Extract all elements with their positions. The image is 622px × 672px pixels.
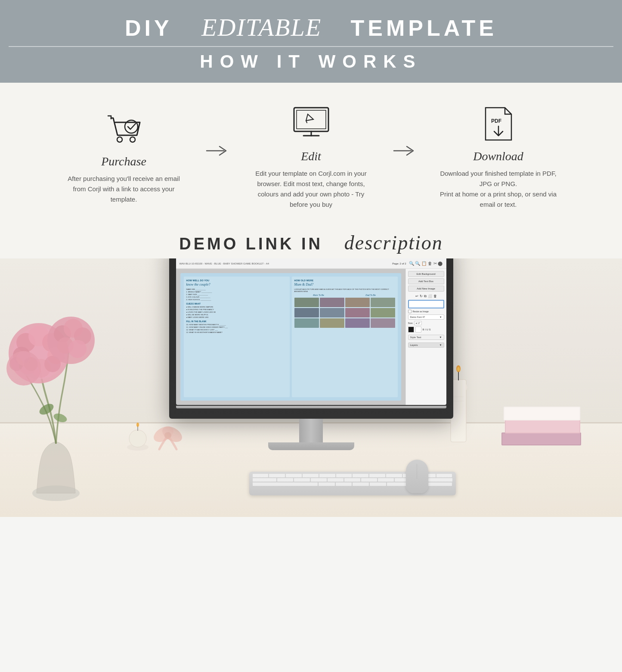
fill-1: 10. HOW MANY MONTHS PREGNANT IS _______ (186, 324, 287, 326)
main-area: HOW WELL DO YOU know the couple? NAME HI… (176, 269, 446, 405)
step-edit: Edit Edit your template on Corjl.com in … (230, 104, 392, 210)
checkbox[interactable] (408, 310, 412, 313)
color-swatch-2[interactable] (415, 327, 421, 333)
header-section: DIY editable TEMPLATE HOW IT WORKS (0, 0, 622, 83)
resize-label: Resize as Image (413, 310, 429, 313)
right-instruction: LOOK AT EACH PICTURE AND HAVE A GUESS AT… (294, 288, 395, 292)
purchase-label: Purchase (101, 155, 146, 168)
size-value[interactable]: ♦ 17 (414, 321, 422, 325)
steps-section: Purchase After purchasing you'll receive… (0, 83, 622, 223)
left-title: HOW WELL DO YOU (186, 279, 287, 282)
guess-what-title: GUESS WHAT (186, 302, 287, 305)
photo-8 (371, 308, 395, 317)
imac-screen: BLACK BOW studio BUY NOW 🛒 WAV-BLU-10-83… (176, 258, 446, 405)
mum-label: Mum To Be (294, 294, 343, 296)
left-script: know the couple? (186, 283, 287, 286)
guess-5: ● BABY LOOKS MORE LIKE (186, 316, 287, 318)
photo-5 (294, 308, 319, 317)
photo-6 (320, 308, 344, 317)
books-stack (501, 394, 588, 451)
add-image-btn[interactable]: Add New Image (408, 286, 444, 292)
right-sidebar: Edit Background Add Text Box Add New Ima… (405, 269, 446, 405)
edit-desc: Edit your template on Corjl.com in your … (251, 168, 371, 210)
svg-rect-41 (502, 433, 580, 445)
edit-label: Edit (301, 149, 321, 163)
template-line-3: 2. BABY SIZE ___________ (186, 293, 287, 296)
demo-dropdown[interactable]: Demo Font 47 ▼ (408, 314, 444, 320)
undo-btn[interactable]: ↩ (415, 294, 418, 299)
monitor-assembly: BLACK BOW studio BUY NOW 🛒 WAV-BLU-10-83… (169, 258, 453, 450)
edit-bg-btn[interactable]: Edit Background (408, 271, 444, 277)
download-icon: PDF (477, 104, 520, 143)
style-text-label: Style Text (410, 336, 421, 339)
toolbar-icons: 🔍 🔍 📋 🗑 ✂ ⬤ (409, 261, 443, 266)
add-text-btn[interactable]: Add Text Box (408, 278, 444, 284)
demo-label-regular: DEMO LINK IN (179, 235, 323, 253)
imac-chin (176, 406, 446, 408)
svg-point-32 (53, 412, 68, 424)
layers-btn[interactable]: Layers ▼ (408, 342, 444, 348)
layers-arrow: ▼ (439, 344, 442, 346)
demo-label-script: description (344, 232, 443, 254)
hydrangea-vase (0, 293, 155, 517)
svg-point-31 (37, 401, 55, 417)
demo-label-section: DEMO LINK IN description (0, 223, 622, 258)
template-line-1: NAME HIM ___________ (186, 288, 287, 290)
template-line-4: 3. EYE COLOUR ___________ (186, 296, 287, 298)
arrow-1 (204, 131, 230, 183)
header-template: TEMPLATE (351, 16, 497, 40)
style-text-btn[interactable]: Style Text ▼ (408, 335, 444, 340)
header-title: DIY editable TEMPLATE (9, 13, 613, 42)
dropdown-arrow: ▼ (439, 316, 442, 318)
header-subtitle: HOW IT WORKS (9, 46, 613, 72)
page-wrapper: DIY editable TEMPLATE HOW IT WORKS (0, 0, 622, 517)
svg-point-0 (117, 137, 122, 142)
fill-4: 13. WHAT IS HIS MOTHER'S MAIDEN NAME? (186, 331, 287, 333)
svg-point-53 (136, 423, 139, 427)
step-download: PDF Download Download your finished temp… (418, 104, 579, 210)
photo-labels: Mum To Be Dad To Be (294, 294, 395, 296)
delete-btn[interactable]: 🗑 (433, 294, 437, 299)
guess-4: ● WILL BE MORE HELPFUL (186, 314, 287, 316)
size-controls: Size: ♦ 17 (408, 321, 444, 325)
text-input-area[interactable] (408, 300, 444, 308)
color-row: B I U S (408, 327, 444, 333)
dad-label: Dad To Be (347, 294, 395, 296)
template-left-panel: HOW WELL DO YOU know the couple? NAME HI… (184, 277, 290, 397)
layers-label: Layers (410, 344, 418, 346)
imac-stand-base (268, 442, 354, 450)
corjl-interface: BLACK BOW studio BUY NOW 🛒 WAV-BLU-10-83… (176, 258, 446, 405)
template-preview: HOW WELL DO YOU know the couple? NAME HI… (180, 273, 401, 401)
svg-rect-45 (504, 408, 579, 420)
svg-point-1 (130, 137, 135, 142)
arrow-2 (392, 131, 418, 183)
photo-4 (371, 298, 395, 307)
photo-1 (294, 298, 319, 307)
purchase-icon (102, 109, 145, 148)
photo-7 (345, 308, 370, 317)
color-swatch[interactable] (408, 327, 414, 333)
photo-2 (320, 298, 344, 307)
svg-line-5 (306, 121, 307, 123)
photo-11 (345, 318, 370, 328)
mouse-divider (417, 464, 417, 479)
style-text-arrow: ▼ (439, 336, 442, 339)
svg-point-26 (68, 340, 87, 358)
right-title: HOW OLD WERE (294, 279, 395, 282)
text-format-icons: B I U S (423, 328, 431, 331)
download-label: Download (473, 149, 523, 163)
redo-btn[interactable]: ↻ (420, 294, 423, 299)
guess-2: ● IS ENJOYING THE PREGNANCY (186, 308, 287, 311)
product-name-label: WAV-BLU-10-83100 - WAVE - BLUE - BABY SH… (179, 262, 269, 265)
fill-2: 11. HOW MANY ONLINE VIDEO DINNER PARTY _… (186, 326, 287, 328)
copy-btn[interactable]: ⧉ (424, 294, 427, 299)
imac-outer: BLACK BOW studio BUY NOW 🛒 WAV-BLU-10-83… (169, 258, 453, 419)
duplicate-btn[interactable]: ⬜ (428, 294, 432, 299)
svg-point-30 (24, 357, 38, 371)
photo-10 (320, 318, 344, 328)
demo-dropdown-label: Demo Font 47 (410, 316, 425, 318)
photo-grid (294, 298, 395, 328)
size-label: Size: (408, 322, 413, 324)
photo-9 (294, 318, 319, 328)
guess-1: ● WILL CHANGE MORE DIAPERS (186, 306, 287, 308)
